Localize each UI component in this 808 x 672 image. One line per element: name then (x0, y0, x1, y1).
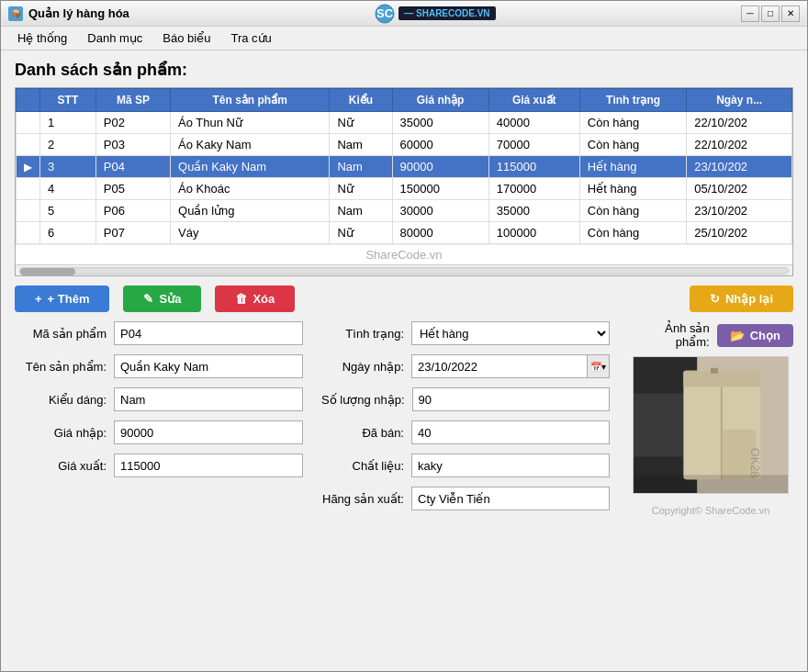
svg-rect-12 (634, 475, 788, 493)
cell-kieu: Nam (330, 156, 392, 178)
svg-rect-8 (685, 430, 719, 479)
cell-kieu: Nam (330, 134, 392, 156)
scrollbar-track[interactable] (19, 267, 789, 274)
cell-kieu: Nữ (330, 112, 392, 134)
them-button[interactable]: + + Thêm (15, 286, 109, 312)
table-row[interactable]: 2 P03 Áo Kaky Nam Nam 60000 70000 Còn hà… (17, 134, 792, 156)
row-indicator (17, 178, 40, 200)
col-header-stt: STT (40, 89, 96, 112)
row-indicator: ▶ (17, 156, 40, 178)
logo-text: — SHARECODE.VN (398, 6, 495, 20)
product-table-container: STT Mã SP Tên sản phẩm Kiểu Giá nhập Giá… (15, 87, 793, 276)
input-kieu-dang[interactable] (114, 387, 303, 411)
cell-ten-sp: Áo Kaky Nam (171, 134, 330, 156)
them-label: + Thêm (48, 292, 90, 306)
cell-ten-sp: Quần Kaky Nam (171, 156, 330, 178)
input-hang-sx[interactable] (411, 487, 610, 510)
cell-gia-xuat: 115000 (488, 156, 579, 178)
sua-button[interactable]: ✎ Sửa (123, 286, 201, 312)
cell-gia-xuat: 170000 (488, 178, 579, 200)
menu-item-danh-muc[interactable]: Danh mục (78, 28, 152, 48)
cell-ten-sp: Áo Khoác (171, 178, 330, 200)
cell-stt: 2 (40, 134, 96, 156)
cell-tinh-trang: Còn hàng (579, 112, 686, 134)
input-gia-nhap[interactable] (114, 420, 303, 444)
select-tinh-trang[interactable]: Hết hàng Còn hàng (411, 321, 610, 345)
input-da-ban[interactable] (411, 420, 610, 444)
input-gia-xuat[interactable] (114, 454, 303, 477)
table-watermark: ShareCode.vn (16, 244, 792, 264)
form-row-ngay-nhap: Ngày nhập: 📅▾ (321, 354, 610, 378)
cell-stt: 3 (40, 156, 96, 178)
col-header-gia-xuat: Giá xuất (488, 89, 579, 112)
xoa-icon: 🗑 (235, 292, 247, 306)
product-image: OK28 (633, 356, 789, 494)
sua-label: Sửa (159, 292, 181, 306)
copyright-text: Copyright© ShareCode.vn (652, 505, 770, 516)
sua-icon: ✎ (143, 292, 153, 306)
label-ma-sp: Mã sản phẩm (15, 327, 107, 341)
form-row-tinh-trang: Tình trạng: Hết hàng Còn hàng (321, 321, 610, 345)
label-kieu-dang: Kiểu dáng: (15, 393, 107, 407)
table-row[interactable]: ▶ 3 P04 Quần Kaky Nam Nam 90000 115000 H… (17, 156, 792, 178)
cell-gia-nhap: 30000 (392, 200, 488, 222)
label-hang-sx: Hãng sản xuất: (321, 492, 404, 506)
form-row-chat-lieu: Chất liệu: (321, 454, 610, 477)
minimize-button[interactable]: ─ (741, 6, 759, 22)
menu-bar: Hệ thống Danh mục Báo biểu Tra cứu (1, 27, 807, 50)
cell-ma-sp: P07 (95, 222, 170, 244)
calendar-button[interactable]: 📅▾ (588, 354, 610, 378)
input-ten-sp[interactable] (114, 354, 303, 378)
xoa-label: Xóa (252, 292, 275, 306)
form-row-gia-xuat: Giá xuất: (15, 454, 303, 477)
cell-ngay: 25/10/202 (687, 222, 792, 244)
table-row[interactable]: 1 P02 Áo Thun Nữ Nữ 35000 40000 Còn hàng… (17, 112, 792, 134)
main-content: Danh sách sản phẩm: STT Mã SP Tên sản ph… (1, 50, 807, 671)
cell-tinh-trang: Hết hàng (579, 178, 686, 200)
cell-kieu: Nữ (330, 178, 392, 200)
input-chat-lieu[interactable] (411, 454, 610, 477)
cell-gia-xuat: 100000 (488, 222, 579, 244)
form-row-da-ban: Đã bán: (321, 420, 610, 444)
svg-text:OK28: OK28 (748, 448, 762, 478)
form-row-gia-nhap: Giá nhập: (15, 420, 303, 444)
cell-kieu: Nữ (330, 222, 392, 244)
form-row-ten-sp: Tên sản phẩm: (15, 354, 303, 378)
cell-ma-sp: P04 (95, 156, 170, 178)
table-row[interactable]: 4 P05 Áo Khoác Nữ 150000 170000 Hết hàng… (17, 178, 792, 200)
window-title: Quản lý hàng hóa (28, 6, 129, 20)
table-row[interactable]: 6 P07 Váy Nữ 80000 100000 Còn hàng 25/10… (17, 222, 792, 244)
menu-item-bao-bieu[interactable]: Báo biểu (153, 28, 219, 48)
cell-ngay: 22/10/202 (687, 134, 792, 156)
input-so-luong[interactable] (412, 387, 610, 411)
input-ngay-nhap[interactable] (411, 354, 588, 378)
close-button[interactable]: ✕ (781, 6, 800, 22)
page-title: Danh sách sản phẩm: (15, 60, 793, 80)
input-ma-sp[interactable] (114, 321, 303, 345)
col-header-ten-sp: Tên sản phẩm (171, 89, 330, 112)
xoa-button[interactable]: 🗑 Xóa (215, 286, 295, 312)
cell-ngay: 23/10/202 (687, 200, 792, 222)
col-header-gia-nhap: Giá nhập (392, 89, 488, 112)
nhap-lai-label: Nhập lại (725, 292, 773, 306)
nhap-lai-button[interactable]: ↻ Nhập lại (690, 286, 793, 312)
scrollbar-area[interactable] (16, 264, 792, 275)
cell-stt: 6 (40, 222, 96, 244)
col-header-ma-sp: Mã SP (95, 89, 170, 112)
cell-ngay: 22/10/202 (687, 112, 792, 134)
maximize-button[interactable]: □ (761, 6, 780, 22)
form-area: Mã sản phẩm Tên sản phẩm: Kiểu dáng: Giá… (15, 321, 793, 662)
cell-gia-nhap: 80000 (392, 222, 488, 244)
scrollbar-thumb[interactable] (20, 268, 75, 275)
cell-ma-sp: P02 (95, 112, 170, 134)
menu-item-he-thong[interactable]: Hệ thống (8, 28, 76, 48)
product-table: STT Mã SP Tên sản phẩm Kiểu Giá nhập Giá… (16, 88, 792, 244)
cell-ten-sp: Áo Thun Nữ (171, 112, 330, 134)
col-header-kieu: Kiểu (330, 89, 392, 112)
row-indicator (17, 134, 40, 156)
chon-button[interactable]: 📂 Chọn (717, 324, 793, 347)
menu-item-tra-cuu[interactable]: Tra cứu (221, 28, 280, 48)
label-ngay-nhap: Ngày nhập: (321, 360, 404, 374)
table-row[interactable]: 5 P06 Quần lửng Nam 30000 35000 Còn hàng… (17, 200, 792, 222)
form-row-kieu-dang: Kiểu dáng: (15, 387, 303, 411)
